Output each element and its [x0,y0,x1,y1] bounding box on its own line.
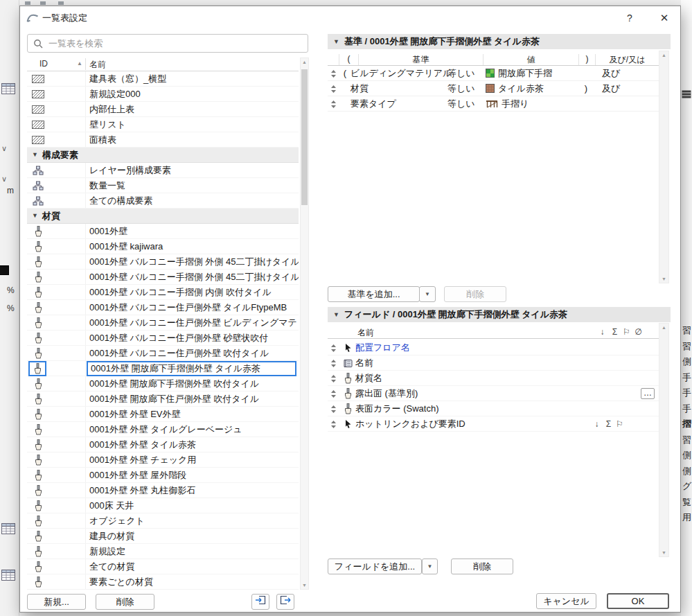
criteria-value[interactable]: 開放廊下手摺 [486,66,552,82]
sigma-icon[interactable]: Σ [603,416,614,432]
list-item[interactable]: 0001外壁 外壁 チェック用 [27,452,299,468]
scroll-up-icon[interactable]: ▲ [659,325,668,330]
export-button[interactable] [276,594,294,610]
list-section[interactable]: ▼材質 [27,209,299,224]
field-name[interactable]: 露出面 (基準別) [355,386,418,401]
fields-scrollbar[interactable]: ▲ ▼ [659,323,669,557]
delete-criteria-button[interactable]: 削除 [444,286,506,302]
column-header-id[interactable]: ID [39,59,48,69]
drag-handle-icon[interactable] [330,374,337,385]
delete-field-button[interactable]: 削除 [451,558,513,574]
criteria-row[interactable]: 材質等しいタイル赤茶)及び [328,81,659,96]
dialog-titlebar[interactable]: 一覧表設定 ? ✕ [20,6,680,30]
list-item[interactable]: 0001外壁 バルコニー手摺側 外側 45二丁掛けタイル... [27,254,299,270]
criteria-andor[interactable]: 及び [602,81,620,96]
criteria-operator[interactable]: 等しい [447,81,475,96]
criteria-row[interactable]: 要素タイプ等しい手摺り [328,96,659,112]
add-criteria-button[interactable]: 基準を追加... [328,286,420,302]
field-name[interactable]: 材質名 [355,371,382,386]
criteria-operator[interactable]: 等しい [447,66,475,81]
field-name[interactable]: 名前 [355,355,373,371]
criteria-name[interactable]: 要素タイプ [351,96,396,112]
list-item[interactable]: 内部仕上表 [27,102,299,117]
drag-handle-icon[interactable] [330,405,337,416]
list-item[interactable]: 壁リスト [27,117,299,132]
options-button[interactable]: … [641,388,655,399]
field-row[interactable]: 名前 [328,355,659,371]
drag-handle-icon[interactable] [330,100,337,111]
close-button[interactable]: ✕ [657,10,672,26]
criteria-operator[interactable]: 等しい [447,96,475,112]
list-item[interactable]: 全ての構成要素 [27,193,299,209]
field-row[interactable]: 材質名 [328,371,659,386]
list-item[interactable]: 0001外壁 外壁 丸柱御影石 [27,483,299,498]
list-item[interactable]: 0001外壁 外壁 屋外階段 [27,468,299,483]
list-item[interactable]: 全ての材質 [27,559,299,574]
hide-icon[interactable]: ∅ [633,327,644,337]
add-field-button[interactable]: フィールドを追加... [328,558,422,574]
new-button[interactable]: 新規... [27,594,86,610]
delete-list-item-button[interactable]: 削除 [96,594,154,610]
criteria-andor[interactable]: 及び [602,66,620,81]
field-name[interactable]: 配置フロア名 [355,340,410,355]
list-item[interactable]: 要素ごとの材質 [27,574,299,590]
ok-button[interactable]: OK [607,593,669,609]
drag-handle-icon[interactable] [330,359,337,370]
criteria-scrollbar[interactable]: ▲ ▼ [659,51,669,283]
list-section[interactable]: ▼構成要素 [27,148,299,163]
list-item[interactable]: 0001外壁 kajiwara [27,239,299,254]
scroll-up-icon[interactable]: ▲ [659,53,668,58]
down-arrow-icon[interactable]: ↓ [592,416,602,432]
drag-handle-icon[interactable] [330,420,337,431]
criteria-value[interactable]: タイル赤茶 [486,81,544,98]
drag-handle-icon[interactable] [330,344,337,355]
list-item[interactable]: 建具表（窓）_横型 [27,71,299,87]
scroll-up-icon[interactable]: ▲ [301,60,308,64]
column-header-name[interactable]: 名前 [89,59,106,71]
list-item[interactable]: オブジェクト [27,513,299,529]
criteria-name[interactable]: 材質 [351,81,369,96]
list-item[interactable]: 新規設定 [27,544,299,559]
import-button[interactable] [251,594,269,610]
cancel-button[interactable]: キャンセル [536,593,596,609]
list-item[interactable]: 0001外壁 バルコニー住戸側外壁 砂壁状吹付 [27,331,299,346]
drag-handle-icon[interactable] [330,69,337,80]
add-field-dropdown[interactable]: ▼ [422,558,438,574]
list-item[interactable]: 0001外壁 開放廊下手摺側外壁 タイル赤茶 [27,361,299,376]
field-row[interactable]: 表面カラー (Swatch) [328,401,659,416]
list-scrollbar[interactable]: ▲ ▼ [300,58,309,590]
drag-handle-icon[interactable] [330,389,337,401]
list-item[interactable]: 0001外壁 外壁 タイル赤茶 [27,437,299,452]
scroll-down-icon[interactable]: ▼ [659,550,668,555]
drag-handle-icon[interactable] [330,85,337,96]
criteria-name[interactable]: ビルディングマテリアル [351,66,452,81]
list-item[interactable]: 建具の材質 [27,529,299,544]
criteria-panel-header[interactable]: ▼ 基準 / 0001外壁 開放廊下手摺側外壁 タイル赤茶 [328,34,671,49]
list-item[interactable]: 0001外壁 バルコニー住戸側外壁 ビルディングマテリアル... [27,315,299,331]
list-item[interactable]: 0001外壁 [27,224,299,239]
list-item[interactable]: 0001外壁 外壁 EV外壁 [27,407,299,422]
help-button[interactable]: ? [622,10,637,26]
list-item[interactable]: 0001外壁 バルコニー手摺側 外側 45二丁掛けタイル... [27,270,299,285]
list-item[interactable]: 0001外壁 バルコニー住戸側外壁 吹付タイル [27,346,299,361]
scrollbar-thumb[interactable] [301,69,308,205]
fields-panel-header[interactable]: ▼ フィールド / 0001外壁 開放廊下手摺側外壁 タイル赤茶 [328,307,671,322]
sigma-icon[interactable]: Σ [610,327,620,337]
list-item[interactable]: 0001外壁 開放廊下手摺側外壁 吹付タイル [27,376,299,391]
list-item[interactable]: 新規設定000 [27,87,299,102]
flag-icon[interactable]: ⚐ [614,416,625,432]
list-item[interactable]: 0001外壁 バルコニー住戸側外壁 タイルFtypeMB [27,300,299,315]
list-item[interactable]: 面積表 [27,132,299,148]
field-name[interactable]: ホットリンクおよび要素ID [355,416,465,432]
list-header[interactable]: ID ▲ 名前 [27,58,299,71]
list-item[interactable]: 数量一覧 [27,178,299,193]
scroll-down-icon[interactable]: ▼ [659,276,668,281]
search-input[interactable] [28,35,308,52]
criteria-row[interactable]: (ビルディングマテリアル等しい開放廊下手摺及び [328,66,659,81]
collapse-triangle-icon[interactable]: ▼ [333,307,339,322]
list-item[interactable]: 0001外壁 バルコニー手摺側 内側 吹付タイル [27,285,299,300]
flag-icon[interactable]: ⚐ [621,327,632,337]
field-row[interactable]: 配置フロア名 [328,340,659,355]
scroll-down-icon[interactable]: ▼ [301,583,308,588]
add-criteria-dropdown[interactable]: ▼ [419,286,436,302]
